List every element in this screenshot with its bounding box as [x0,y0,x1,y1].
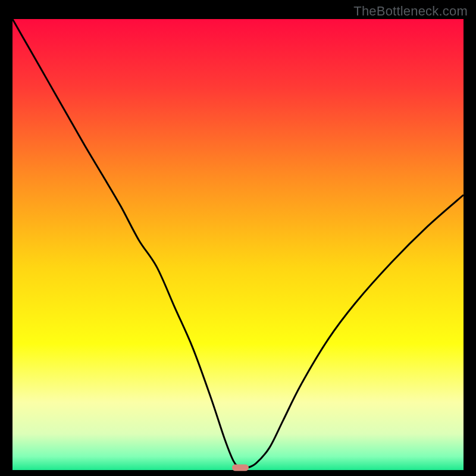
plot-area [12,19,464,470]
chart-container: TheBottleneck.com [0,0,476,476]
optimal-marker [232,465,249,471]
watermark-text: TheBottleneck.com [353,4,468,19]
bottleneck-curve [12,19,464,468]
curve-layer [12,19,464,470]
